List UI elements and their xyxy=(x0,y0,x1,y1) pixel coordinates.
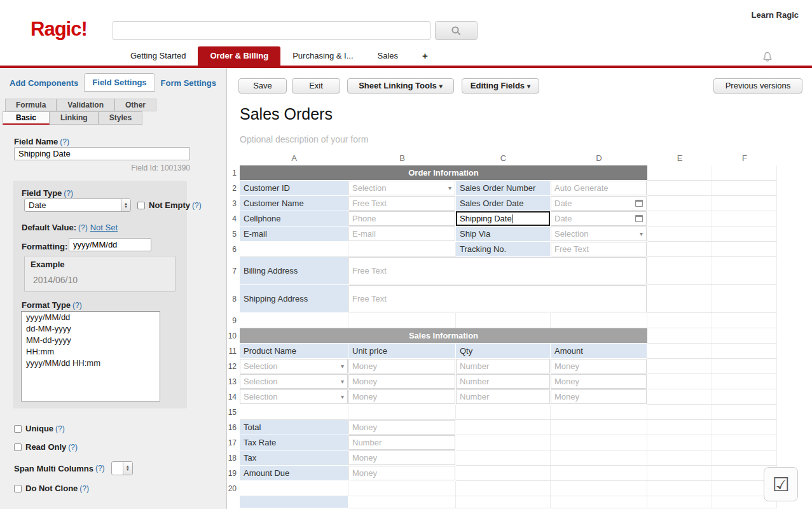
grid-cell-B12[interactable]: Money xyxy=(348,359,456,374)
grid-cell-E16[interactable] xyxy=(647,420,712,435)
grid-cell-A3[interactable]: Customer Name xyxy=(240,196,348,211)
grid-cell-B16[interactable]: Money xyxy=(348,420,456,435)
grid-cell-C[interactable] xyxy=(456,496,551,508)
format-option-3[interactable]: HH:mm xyxy=(22,346,160,358)
default-value-not-set-link[interactable]: Not Set xyxy=(90,223,118,232)
grid-cell-D14[interactable]: Money xyxy=(551,389,647,405)
grid-cell-A[interactable] xyxy=(240,496,348,508)
do-not-clone-help-link[interactable]: (?) xyxy=(79,484,89,493)
column-header-E[interactable]: E xyxy=(647,151,712,165)
grid-cell-B2[interactable]: Selection▾ xyxy=(348,181,456,196)
editing-fields-button[interactable]: Editing Fields▾ xyxy=(462,78,539,94)
format-type-listbox[interactable]: yyyy/MM/dddd-MM-yyyyMM-dd-yyyyHH:mmyyyy/… xyxy=(21,311,160,401)
grid-cell-D9[interactable] xyxy=(551,313,647,328)
grid-cell-E[interactable] xyxy=(647,496,712,508)
read-only-checkbox[interactable] xyxy=(14,443,22,451)
grid-cell-A4[interactable]: Cellphone xyxy=(240,211,348,227)
grid-cell-F12[interactable] xyxy=(712,359,777,374)
grid-cell-B20[interactable] xyxy=(348,481,456,496)
grid-cell-A16[interactable]: Total xyxy=(240,420,348,435)
row-number-2[interactable]: 2 xyxy=(227,181,240,196)
grid-cell-B15[interactable] xyxy=(348,405,456,420)
row-number-16[interactable]: 16 xyxy=(227,420,240,435)
grid-cell-C5[interactable]: Ship Via xyxy=(456,227,551,242)
grid-cell-B5[interactable]: E-mail xyxy=(348,227,456,242)
span-multi-columns-select[interactable]: ▲▼ xyxy=(111,461,133,475)
grid-cell-D17[interactable] xyxy=(551,435,647,450)
tab-order-and-billing[interactable]: Order & Billing xyxy=(198,46,280,66)
grid-cell-F6[interactable] xyxy=(712,242,777,257)
row-number-partial[interactable] xyxy=(227,496,240,508)
grid-cell-B9[interactable] xyxy=(348,313,456,328)
grid-cell-C18[interactable] xyxy=(456,450,551,466)
grid-cell-F8[interactable] xyxy=(712,285,777,313)
grid-cell-E2[interactable] xyxy=(647,181,712,196)
subtab-styles[interactable]: Styles xyxy=(99,111,142,125)
grid-cell-A18[interactable]: Tax xyxy=(240,450,348,466)
subtab-other[interactable]: Other xyxy=(114,99,156,111)
grid-cell-E14[interactable] xyxy=(647,389,712,405)
grid-cell-A20[interactable] xyxy=(240,481,348,496)
grid-cell-D13[interactable]: Money xyxy=(551,374,647,389)
grid-cell-A8[interactable]: Shipping Address xyxy=(240,285,348,313)
not-empty-help-link[interactable]: (?) xyxy=(192,201,202,210)
row-number-5[interactable]: 5 xyxy=(227,227,240,242)
grid-cell-D6[interactable]: Free Text xyxy=(551,242,647,257)
grid-cell-E4[interactable] xyxy=(647,211,712,227)
grid-cell-E8[interactable] xyxy=(647,285,712,313)
field-type-help-link[interactable]: (?) xyxy=(64,189,73,198)
grid-cell-D4[interactable]: Date xyxy=(551,211,647,227)
grid-cell-E18[interactable] xyxy=(647,450,712,466)
row-number-20[interactable]: 20 xyxy=(227,481,240,496)
grid-cell-C19[interactable] xyxy=(456,466,551,481)
grid-cell-F2[interactable] xyxy=(712,181,777,196)
grid-cell-B[interactable] xyxy=(348,496,456,508)
row-number-18[interactable]: 18 xyxy=(227,450,240,466)
grid-cell-C6[interactable]: Tracking No. xyxy=(456,242,551,257)
do-not-clone-checkbox[interactable] xyxy=(14,485,22,492)
tab-sales[interactable]: Sales xyxy=(366,46,411,66)
grid-cell-A12[interactable]: Selection▾ xyxy=(240,359,348,374)
column-header-A[interactable]: A xyxy=(240,151,348,165)
unique-help-link[interactable]: (?) xyxy=(55,424,65,433)
grid-cell-C12[interactable]: Number xyxy=(456,359,551,374)
grid-cell-D19[interactable] xyxy=(551,466,647,481)
grid-cell-C20[interactable] xyxy=(456,481,551,496)
subtab-validation[interactable]: Validation xyxy=(57,99,114,111)
grid-cell-F7[interactable] xyxy=(712,257,777,285)
global-search-input[interactable] xyxy=(113,21,430,40)
grid-cell-F1[interactable] xyxy=(712,165,777,181)
field-name-help-link[interactable]: (?) xyxy=(60,137,69,146)
row-number-13[interactable]: 13 xyxy=(227,374,240,389)
row-number-1[interactable]: 1 xyxy=(227,165,240,181)
grid-cell-C2[interactable]: Sales Order Number xyxy=(456,181,551,196)
search-button[interactable] xyxy=(435,21,478,40)
grid-cell-F17[interactable] xyxy=(712,435,777,450)
grid-cell-C11[interactable]: Qty xyxy=(456,344,551,359)
grid-cell-B6[interactable] xyxy=(348,242,456,257)
grid-cell-F11[interactable] xyxy=(712,344,777,359)
grid-cell-D3[interactable]: Date xyxy=(551,196,647,211)
grid-cell-B7[interactable]: Free Text xyxy=(348,257,647,285)
row-number-10[interactable]: 10 xyxy=(227,328,240,344)
grid-cell-A7[interactable]: Billing Address xyxy=(240,257,348,285)
grid-cell-D[interactable] xyxy=(551,496,647,508)
grid-cell-C13[interactable]: Number xyxy=(456,374,551,389)
grid-cell-B3[interactable]: Free Text xyxy=(348,196,456,211)
grid-cell-E12[interactable] xyxy=(647,359,712,374)
default-value-help-link[interactable]: (?) xyxy=(78,223,88,232)
grid-cell-F3[interactable] xyxy=(712,196,777,211)
grid-cell-A6[interactable] xyxy=(240,242,348,257)
grid-cell-E5[interactable] xyxy=(647,227,712,242)
nav-field-settings[interactable]: Field Settings xyxy=(84,73,155,92)
row-number-17[interactable]: 17 xyxy=(227,435,240,450)
formatting-input[interactable] xyxy=(69,238,151,251)
span-multi-columns-help-link[interactable]: (?) xyxy=(95,464,105,473)
row-number-12[interactable]: 12 xyxy=(227,359,240,374)
exit-button[interactable]: Exit xyxy=(292,78,340,94)
grid-cell-E9[interactable] xyxy=(647,313,712,328)
grid-cell-C17[interactable] xyxy=(456,435,551,450)
save-button[interactable]: Save xyxy=(238,78,287,94)
format-option-4[interactable]: yyyy/MM/dd HH:mm xyxy=(22,358,160,369)
grid-cell-B8[interactable]: Free Text xyxy=(348,285,647,313)
